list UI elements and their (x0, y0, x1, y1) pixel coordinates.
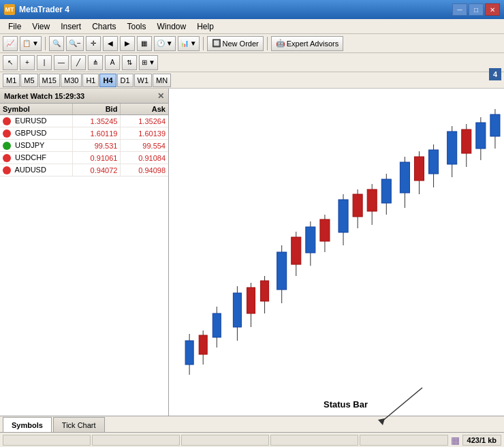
status-seg-4 (270, 435, 358, 446)
tf-w1[interactable]: W1 (134, 74, 153, 87)
maximize-button[interactable]: □ (469, 3, 484, 16)
fib-dropdown: ▼ (148, 59, 155, 66)
table-row[interactable]: EURUSD 1.35245 1.35264 (0, 115, 168, 127)
close-button[interactable]: ✕ (485, 3, 500, 16)
chart-area[interactable] (169, 89, 504, 416)
svg-rect-40 (476, 123, 486, 149)
eurusd-icon (3, 117, 11, 125)
tf-mn[interactable]: MN (153, 74, 171, 87)
crosshair-icon: ✛ (91, 40, 96, 47)
menu-file[interactable]: File (3, 20, 27, 33)
svg-rect-24 (353, 194, 362, 217)
crosshair2-btn[interactable]: + (20, 55, 35, 70)
bid-eurusd: 1.35245 (72, 115, 121, 127)
zoom-in-icon: 🔍 (52, 40, 61, 47)
audusd-icon (3, 166, 11, 174)
toolbar-row-2: ↖ + | — ╱ ⋔ A ⇅ ⊞ ▼ (0, 53, 504, 72)
text-btn[interactable]: A (105, 55, 120, 70)
svg-rect-18 (306, 227, 315, 253)
tab-symbols[interactable]: Symbols (3, 417, 52, 432)
tab-tick-chart[interactable]: Tick Chart (53, 417, 105, 432)
indicators-btn[interactable]: 📊 ▼ (178, 36, 200, 51)
profile-icon: 📋 (22, 40, 31, 47)
vline-btn[interactable]: | (37, 55, 52, 70)
cursor-icon: ↖ (7, 59, 13, 66)
menu-help[interactable]: Help (191, 20, 219, 33)
menu-tools[interactable]: Tools (122, 20, 152, 33)
pitchfork-btn[interactable]: ⋔ (88, 55, 103, 70)
scroll-right-btn[interactable]: ▶ (120, 36, 135, 51)
status-info: 423/1 kb (462, 435, 501, 446)
svg-rect-10 (247, 288, 255, 313)
minimize-button[interactable]: ─ (452, 3, 467, 16)
bid-usdchf: 0.91061 (72, 152, 121, 164)
expert-advisors-btn[interactable]: 🤖 Expert Advisors (271, 36, 343, 51)
svg-rect-38 (462, 129, 471, 153)
zoom-out-btn[interactable]: 🔍− (66, 36, 84, 51)
table-row[interactable]: AUDUSD 0.94072 0.94098 (0, 164, 168, 176)
ask-usdjpy: 99.554 (121, 140, 168, 152)
bid-gbpusd: 1.60119 (72, 127, 121, 140)
text-icon: A (110, 59, 115, 66)
table-row[interactable]: USDCHF 0.91061 0.91084 (0, 152, 168, 164)
window-controls[interactable]: ─ □ ✕ (452, 3, 500, 16)
status-right: ▦ 423/1 kb (451, 435, 501, 446)
bottom-tabs: Symbols Tick Chart (0, 416, 504, 432)
menu-window[interactable]: Window (152, 20, 192, 33)
chart-type-btn[interactable]: ▦ (137, 36, 152, 51)
zoom-in-btn[interactable]: 🔍 (49, 36, 64, 51)
tf-m1[interactable]: M1 (3, 74, 20, 87)
svg-rect-36 (447, 132, 457, 164)
profile-btn[interactable]: 📋 ▼ (20, 36, 42, 51)
tf-m15[interactable]: M15 (39, 74, 60, 87)
market-watch-close[interactable]: ✕ (157, 91, 164, 101)
gbpusd-icon (3, 129, 11, 138)
timeframe-bar: M1 M5 M15 M30 H1 H4 D1 W1 MN (0, 72, 504, 89)
fib-btn[interactable]: ⊞ ▼ (139, 55, 158, 70)
crosshair-btn[interactable]: ✛ (86, 36, 101, 51)
expert-icon: 🤖 (276, 39, 285, 48)
new-chart-btn[interactable]: 📈 (3, 36, 18, 51)
tf-h1[interactable]: H1 (82, 74, 99, 87)
status-seg-3 (181, 435, 269, 446)
app-icon: MT (4, 4, 15, 15)
svg-rect-14 (277, 252, 287, 290)
main-layout: Market Watch 15:29:33 ✕ Symbol Bid Ask E… (0, 89, 504, 416)
new-order-label: New Order (223, 40, 259, 48)
status-chart-icon: ▦ (451, 435, 460, 446)
menu-bar: File View Insert Charts Tools Window Hel… (0, 19, 504, 34)
badge-number: 4 (489, 68, 501, 80)
menu-view[interactable]: View (27, 20, 55, 33)
usdjpy-icon (3, 142, 11, 150)
tf-m30[interactable]: M30 (61, 74, 82, 87)
table-row[interactable]: GBPUSD 1.60119 1.60139 (0, 127, 168, 140)
select-btn[interactable]: ↖ (3, 55, 18, 70)
ind-dropdown-icon: ▼ (190, 40, 197, 47)
arrows-icon: ⇅ (127, 59, 132, 66)
period-btn[interactable]: 🕐 ▼ (154, 36, 176, 51)
vline-icon: | (44, 59, 46, 66)
svg-rect-16 (292, 237, 301, 264)
menu-charts[interactable]: Charts (86, 20, 121, 33)
status-bar: ▦ 423/1 kb (0, 432, 504, 447)
menu-insert[interactable]: Insert (55, 20, 86, 33)
svg-rect-8 (233, 293, 241, 327)
symbol-gbpusd: GBPUSD (0, 127, 72, 140)
new-chart-icon: 📈 (6, 40, 14, 47)
hline-btn[interactable]: — (54, 55, 69, 70)
pitchfork-icon: ⋔ (93, 59, 98, 66)
tf-h4[interactable]: H4 (99, 74, 116, 87)
arrows-btn[interactable]: ⇅ (122, 55, 137, 70)
trendline-btn[interactable]: ╱ (71, 55, 86, 70)
tf-d1[interactable]: D1 (117, 74, 133, 87)
new-order-btn[interactable]: 🔲 New Order (207, 36, 264, 51)
ask-gbpusd: 1.60139 (121, 127, 168, 140)
table-row[interactable]: USDJPY 99.531 99.554 (0, 140, 168, 152)
scroll-left-btn[interactable]: ◀ (103, 36, 118, 51)
market-watch-title: Market Watch 15:29:33 (4, 92, 84, 100)
svg-rect-28 (381, 179, 391, 203)
toolbar-row-1: 📈 📋 ▼ 🔍 🔍− ✛ ◀ ▶ ▦ 🕐 ▼ 📊 ▼ 🔲 New Order 🤖… (0, 34, 504, 53)
tf-m5[interactable]: M5 (20, 74, 37, 87)
fib-icon: ⊞ (142, 59, 147, 66)
svg-rect-42 (490, 114, 500, 136)
